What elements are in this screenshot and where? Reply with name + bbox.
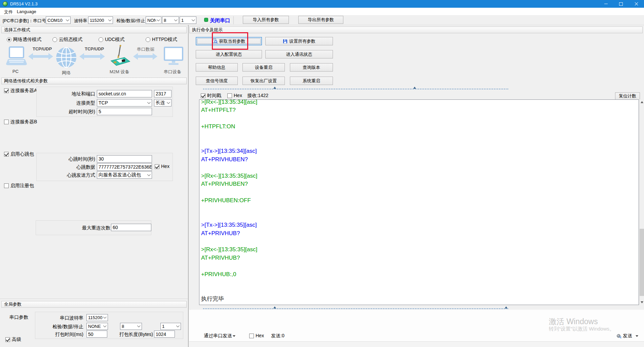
import-params-button[interactable]: 导入所有参数 [243,16,289,24]
scroll-down-icon[interactable] [639,300,644,305]
splitter-arrow-icon[interactable] [273,87,276,89]
log-output[interactable]: >[Rx<-][13:35:34][asc]AT+HTPFLT? +HTPFLT… [199,99,639,305]
chevron-down-icon [147,99,152,106]
menu-file[interactable]: 文件 [3,9,14,15]
chevron-down-icon [103,314,108,321]
log-content: >[Rx<-][13:35:34][asc]AT+HTPFLT? +HTPFLT… [201,99,635,303]
mode-label-cloud[interactable]: 云组态模式 [59,37,82,43]
splitter-arrow-icon[interactable] [413,87,416,89]
chevron-down-icon[interactable] [233,335,235,337]
server-port-input[interactable]: 2317 [154,90,172,97]
timestamp-checkbox[interactable] [201,93,205,98]
mode-section-header: 选择工作模式 [1,27,187,33]
conn-mode-select[interactable]: 长连 [154,99,172,106]
log-scrollbar[interactable] [639,99,644,305]
system-restart-button[interactable]: 系统重启 [290,77,333,85]
minimize-button[interactable] [598,0,613,8]
conn-type-select[interactable]: TCP [97,99,152,106]
heartbeat-mode-select[interactable]: 向服务器发送心跳包 [97,171,152,179]
scrollbar-thumb[interactable] [640,229,644,296]
factory-reset-button[interactable]: 恢复出厂设置 [242,77,285,85]
send-button[interactable]: 发送 [623,333,632,339]
heartbeat-checkbox[interactable] [4,152,9,157]
conn-type-label: 连接类型 [51,100,95,106]
com-port-select[interactable]: COM10 [46,16,71,24]
horizontal-splitter-bottom[interactable] [203,308,508,309]
addr-port-label: 地址和端口 [51,91,95,97]
global-stopbits-select[interactable]: 1 [160,323,181,330]
recv-counter: 接收:1422 [247,93,268,99]
params-section-header: 网络透传模式相关参数 [1,78,187,84]
reconnect-input[interactable]: 60 [111,224,151,231]
mode-label-passthrough[interactable]: 网络透传模式 [13,37,41,43]
heartbeat-hex-checkbox[interactable] [155,164,159,169]
radio-mode-udc[interactable] [99,37,103,42]
global-section-header: 全局参数 [1,301,187,308]
timeout-input[interactable]: 5 [97,108,152,115]
close-button[interactable] [629,0,644,8]
bottom-strip [189,342,644,347]
panel-divider[interactable] [188,25,189,347]
splitter-arrow-icon[interactable] [273,306,276,308]
server-address-input[interactable]: socket.usr.cn [97,90,152,97]
radio-mode-passthrough[interactable] [7,37,11,42]
enter-config-button[interactable]: 进入配置状态 [196,50,262,58]
export-params-button[interactable]: 导出所有参数 [298,16,343,24]
pack-len-input[interactable]: 1024 [154,331,175,338]
horizontal-splitter-top[interactable] [203,89,508,89]
close-port-button[interactable]: 关闭串口 [210,17,230,24]
window-title: DR514 V2.1.3 [10,1,38,6]
pack-time-label: 打包时间(ms) [46,332,83,338]
chevron-down-icon [191,17,196,24]
baud-label: 波特率 [74,18,87,24]
set-all-params-button[interactable]: 设置所有参数 [265,37,333,45]
send-hex-checkbox[interactable] [249,334,254,338]
advanced-checkbox[interactable] [5,337,10,342]
menubar: 文件 Language [0,8,644,15]
scroll-up-icon[interactable] [639,99,644,105]
query-version-button[interactable]: 查询版本 [290,63,333,72]
help-info-button[interactable]: 帮助信息 [196,63,238,72]
global-databits-select[interactable]: 8 [120,323,142,330]
annotation-highlight-box [212,32,248,50]
arrow-pc-net-icon [28,53,53,60]
databits-select[interactable]: 8 [162,16,179,24]
server-a-checkbox[interactable] [4,88,9,93]
enter-comm-button[interactable]: 进入通讯状态 [265,50,333,58]
maximize-icon [619,2,623,6]
stopbits-select[interactable]: 1 [180,16,196,24]
link-net-m2m-label: TCP/UDP [85,46,104,51]
maximize-button[interactable] [613,0,629,8]
arrow-m2m-serial-icon [133,53,157,60]
splitter-arrow-icon[interactable] [505,306,507,308]
reset-counter-button[interactable]: 复位计数 [615,92,640,100]
parity-select[interactable]: NONI [146,16,161,24]
device-restart-button[interactable]: 设备重启 [242,63,285,72]
radio-mode-cloud[interactable] [52,37,57,42]
m2m-device-icon [108,45,131,68]
server-b-checkbox[interactable] [4,120,9,124]
global-parity-select[interactable]: NONE [86,323,108,330]
heartbeat-hex-label: Hex [161,164,169,169]
radio-mode-httpd[interactable] [146,37,150,42]
pack-time-input[interactable]: 50 [86,331,107,338]
global-baud-select[interactable]: 115200 [86,314,108,321]
heartbeat-time-input[interactable]: 30 [97,155,152,163]
windows-watermark-subtitle: 转到“设置”以激活 Windows。 [549,326,614,332]
mode-label-udc[interactable]: UDC模式 [105,37,124,43]
chevron-down-icon[interactable] [636,335,638,337]
heartbeat-data-input[interactable]: 7777772E7573722E636E [97,163,152,171]
register-checkbox[interactable] [4,183,9,188]
query-signal-button[interactable]: 查信号强度 [196,77,238,85]
minimize-icon [604,4,608,4]
send-via-dropdown[interactable]: 通过串口发送 [204,333,232,339]
serial-device-monitor-icon [163,46,184,66]
mode-label-httpd[interactable]: HTTPD模式 [152,37,177,43]
menu-language[interactable]: Language [15,9,38,14]
baud-select[interactable]: 115200 [88,16,113,24]
log-hex-checkbox[interactable] [227,93,232,98]
chevron-down-icon [137,323,142,330]
heartbeat-mode-label: 心跳发送方式 [51,172,95,178]
advanced-label: 高级 [12,337,21,343]
chevron-down-icon [166,99,171,106]
